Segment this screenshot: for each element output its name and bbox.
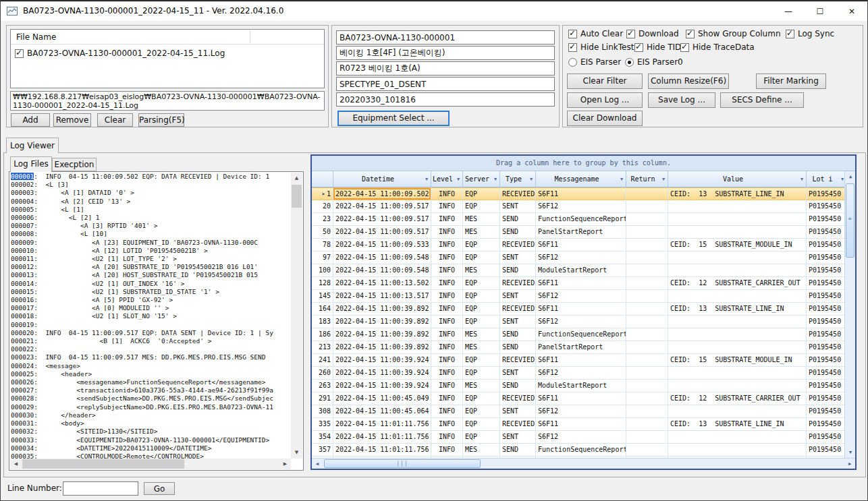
grid-cell[interactable]: P0195450 (807, 277, 844, 290)
file-list[interactable]: File Name ✓ BA0723-OVNA-1130-000001_2022… (10, 29, 325, 88)
grid-cell[interactable]: 2022-04-15 11:00:39.892 (333, 316, 431, 328)
grid-cell[interactable] (668, 226, 807, 239)
grid-cell[interactable]: CEID: 15 SUBSTRATE_MODULE_IN (668, 239, 807, 252)
log-sync-checkbox[interactable]: ✓Log Sync (786, 28, 834, 39)
grid-cell[interactable]: P0195450 (807, 264, 844, 277)
grid-cell[interactable]: INFO (431, 354, 463, 367)
grid-cell[interactable]: ModuleStartReport (536, 380, 626, 392)
file-list-item[interactable]: ✓ BA0723-OVNA-1130-000001_2022-04-15_11.… (15, 49, 225, 58)
grid-cell[interactable] (626, 418, 668, 431)
grid-cell[interactable]: CEID: 15 SUBSTRATE_MODULE_IN (668, 354, 807, 367)
log-line[interactable]: 000022: (11, 345, 291, 353)
grid-cell[interactable] (668, 290, 807, 303)
grid-cell[interactable]: 2022-04-15 11:01:11.756 (333, 418, 431, 431)
equipment-field-2[interactable] (336, 46, 555, 60)
grid-cell[interactable] (626, 316, 668, 328)
grid-cell[interactable]: FunctionSequenceReport (536, 213, 626, 226)
scroll-left-icon[interactable]: ◀ (312, 459, 323, 469)
grid-cell[interactable] (668, 367, 807, 380)
grid-cell[interactable]: S6F11 (536, 277, 626, 290)
hide-tid-checkbox[interactable]: ✓Hide TID (634, 42, 681, 53)
log-v-scrollbar[interactable]: ▲ ▼ (291, 173, 302, 459)
scrollbar-thumb[interactable]: ||| (324, 459, 481, 468)
grid-cell[interactable]: S6F11 (536, 303, 626, 316)
grid-cell[interactable]: 241 (312, 354, 333, 367)
grid-row[interactable]: 1642022-04-15 11:00:39.892INFOEQPRECEVIE… (312, 303, 844, 316)
grid-cell[interactable]: 2022-04-15 11:00:39.924 (333, 380, 431, 392)
grid-cell[interactable] (668, 341, 807, 354)
filter-icon[interactable]: ▼ (454, 177, 462, 182)
grid-row[interactable]: 2132022-04-15 11:00:39.892INFOMESSENDPan… (312, 341, 844, 354)
log-line[interactable]: 000026: <messagename>FunctionSequenceRep… (11, 378, 291, 386)
grid-row[interactable]: 3572022-04-15 11:01:11.756INFOMESSENDFun… (312, 444, 844, 456)
hide-linktest-checkbox[interactable]: ✓Hide LinkTest (568, 42, 634, 53)
grid-cell[interactable]: RECEVIED (500, 418, 536, 431)
grid-cell[interactable]: INFO (431, 303, 463, 316)
grid-cell[interactable]: 20 (312, 200, 333, 213)
grid-cell[interactable] (668, 431, 807, 444)
grid-cell[interactable]: 145 (312, 290, 333, 303)
grid-cell[interactable]: 97 (312, 252, 333, 264)
grid-cell[interactable]: SENT (500, 367, 536, 380)
grid-cell[interactable]: 183 (312, 316, 333, 328)
grid-row[interactable]: 2912022-04-15 11:00:45.049INFOEQPRECEVIE… (312, 392, 844, 405)
grid-cell[interactable]: EQP (463, 367, 500, 380)
grid-cell[interactable] (626, 328, 668, 341)
auto-clear-checkbox[interactable]: ✓Auto Clear (568, 28, 623, 39)
grid-cell[interactable]: EQP (463, 418, 500, 431)
grid-row[interactable]: 2632022-04-15 11:00:39.924INFOMESSENDMod… (312, 380, 844, 392)
grid-cell[interactable]: EQP (463, 239, 500, 252)
grid-row[interactable]: 3352022-04-15 11:01:11.756INFOEQPRECEVIE… (312, 418, 844, 431)
grid-cell[interactable]: 291 (312, 392, 333, 405)
grid-cell[interactable] (626, 277, 668, 290)
secs-define-button[interactable]: SECS Define ... (720, 92, 804, 108)
grid-cell[interactable]: SEND (500, 444, 536, 456)
grid-cell[interactable] (626, 200, 668, 213)
filter-icon[interactable]: ▼ (798, 177, 806, 182)
scrollbar-thumb[interactable] (292, 185, 302, 208)
grid-cell[interactable]: INFO (431, 444, 463, 456)
grid-cell[interactable]: S6F12 (536, 405, 626, 418)
remove-button[interactable]: Remove (53, 113, 91, 127)
grid-cell[interactable]: INFO (431, 252, 463, 264)
filter-icon[interactable]: ▼ (491, 177, 499, 182)
grid-cell[interactable]: EQP (463, 290, 500, 303)
grid-cell[interactable]: 164 (312, 303, 333, 316)
filter-icon[interactable]: ▼ (659, 177, 668, 182)
grid-row[interactable]: 972022-04-15 11:00:09.548INFOEQPSENTS6F1… (312, 252, 844, 264)
save-log-button[interactable]: Save Log ... (648, 92, 715, 108)
grid-cell[interactable] (626, 367, 668, 380)
grid-cell[interactable]: EQP (463, 354, 500, 367)
grid-cell[interactable]: S6F11 (536, 187, 626, 200)
grid-header-server[interactable]: Server▼ (463, 171, 500, 187)
grid-cell[interactable]: 308 (312, 405, 333, 418)
grid-cell[interactable]: P0195450 (807, 392, 844, 405)
grid-cell[interactable]: INFO (431, 316, 463, 328)
equipment-select-button[interactable]: Equipment Select ... (337, 111, 450, 126)
grid-cell[interactable]: P0195450 (807, 354, 844, 367)
grid-cell[interactable]: 2022-04-15 11:00:13.502 (333, 277, 431, 290)
equipment-field-1[interactable] (336, 30, 555, 45)
grid-cell[interactable]: 213 (312, 341, 333, 354)
log-line[interactable]: 000028: <sendSubjectName>DD.PKG.MES.PRO.… (11, 394, 291, 403)
grid-cell[interactable] (668, 380, 807, 392)
group-by-panel[interactable]: Drag a column here to group by this colu… (312, 156, 855, 171)
scroll-left-icon[interactable]: ◀ (10, 459, 22, 469)
scroll-right-icon[interactable]: ▶ (279, 459, 291, 469)
grid-cell[interactable]: 2022-04-15 11:01:11.756 (333, 431, 431, 444)
grid-cell[interactable] (626, 431, 668, 444)
grid-cell[interactable]: SEND (500, 328, 536, 341)
grid-cell[interactable]: MES (463, 226, 500, 239)
grid-header-datetime[interactable]: Datetime▼ (333, 171, 431, 187)
grid-cell[interactable]: 100 (312, 264, 333, 277)
grid-cell[interactable]: SENT (500, 405, 536, 418)
grid-cell[interactable]: MES (463, 328, 500, 341)
grid-cell[interactable]: SEND (500, 226, 536, 239)
grid-cell[interactable]: 2022-04-15 11:00:45.064 (333, 405, 431, 418)
grid-header-return[interactable]: Return▼ (626, 171, 668, 187)
log-line[interactable]: 000031: <body> (11, 419, 291, 428)
add-button[interactable]: Add (11, 113, 50, 127)
grid-cell[interactable]: 260 (312, 367, 333, 380)
file-list-header[interactable]: File Name (11, 30, 324, 45)
log-line[interactable]: 000003: <A [1] DATAID '0' > (11, 189, 291, 197)
